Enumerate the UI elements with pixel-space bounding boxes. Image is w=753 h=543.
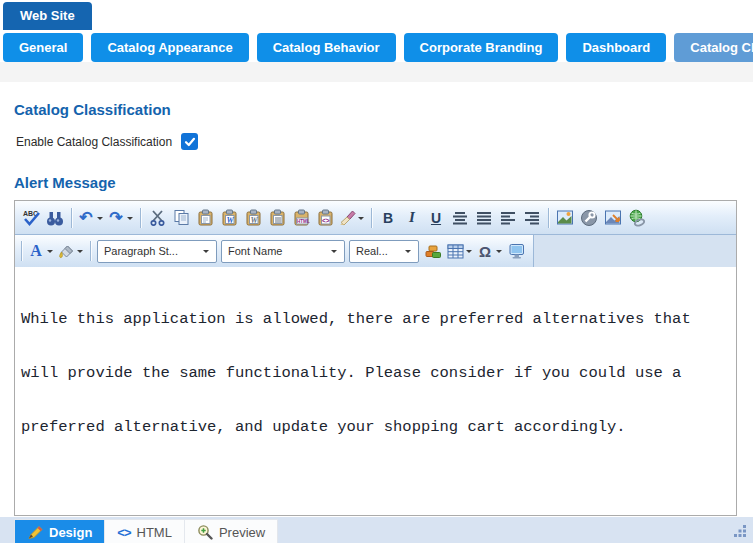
paragraph-style-value: Paragraph St...	[104, 245, 178, 257]
preview-tab-label: Preview	[219, 525, 265, 540]
resize-grip[interactable]	[734, 523, 747, 541]
magnifier-icon	[197, 524, 213, 540]
media-manager-icon[interactable]	[577, 206, 601, 230]
toolbar-separator	[71, 208, 72, 228]
format-stripper-dropdown-icon	[358, 217, 364, 223]
editor-content-area[interactable]: While this application is allowed, there…	[15, 267, 736, 515]
paste-from-word-icon[interactable]: W	[217, 206, 241, 230]
redo-icon: ↷	[109, 210, 122, 226]
justify-icon[interactable]	[472, 206, 496, 230]
italic-icon: I	[409, 210, 415, 225]
tab-dashboard[interactable]: Dashboard	[566, 33, 666, 62]
image-manager-icon[interactable]	[553, 206, 577, 230]
hyperlink-manager-icon[interactable]	[625, 206, 649, 230]
align-center-icon[interactable]	[448, 206, 472, 230]
editor-toolbar-row-1: ABC ↶ ↷ W W	[15, 201, 736, 235]
tab-catalog-classification[interactable]: Catalog Classification	[674, 33, 753, 62]
format-stripper-icon	[337, 206, 357, 230]
special-character-icon: Ω	[479, 244, 491, 259]
editor-mode-tabs: Design <> HTML Preview	[14, 519, 278, 543]
paste-plain-text-icon[interactable]	[265, 206, 289, 230]
insert-table-icon	[445, 239, 465, 263]
toolbar-row-2-group: A Paragraph St... Font Name Real...	[15, 235, 534, 267]
design-tab-label: Design	[49, 525, 92, 540]
enable-catalog-classification-checkbox[interactable]	[181, 133, 198, 150]
redo-button[interactable]: ↷	[106, 206, 136, 230]
bold-button[interactable]: B	[376, 206, 400, 230]
editor-bottom-strip: Design <> HTML Preview	[0, 517, 753, 543]
alert-message-editor: ABC ↶ ↷ W W	[14, 200, 737, 516]
underline-icon: U	[431, 211, 441, 225]
paste-from-word-no-styles-icon[interactable]: W	[241, 206, 265, 230]
tab-catalog-appearance[interactable]: Catalog Appearance	[91, 33, 248, 62]
foreground-color-button[interactable]: A	[26, 239, 56, 263]
font-size-select[interactable]: Real...	[349, 240, 419, 263]
screen-icon[interactable]	[505, 239, 529, 263]
copy-icon[interactable]	[169, 206, 193, 230]
code-icon: <>	[117, 525, 130, 540]
paragraph-style-dropdown-icon	[203, 250, 209, 256]
svg-text:HTML: HTML	[297, 219, 310, 224]
tab-html[interactable]: <> HTML	[105, 520, 185, 543]
tab-general[interactable]: General	[3, 33, 83, 62]
svg-text:<>: <>	[322, 216, 330, 223]
foreground-color-dropdown-icon	[47, 250, 53, 256]
undo-icon: ↶	[79, 210, 92, 226]
align-left-icon[interactable]	[496, 206, 520, 230]
italic-button[interactable]: I	[400, 206, 424, 230]
header-divider	[0, 62, 753, 82]
editor-text-line: While this application is allowed, there…	[21, 310, 730, 328]
toolbar-separator	[371, 208, 372, 228]
redo-dropdown-icon	[127, 217, 133, 223]
editor-text-line: will provide the same functionality. Ple…	[21, 364, 730, 382]
settings-tab-bar: General Catalog Appearance Catalog Behav…	[3, 33, 753, 62]
background-color-dropdown-icon	[77, 250, 83, 256]
svg-text:W: W	[250, 215, 258, 224]
paste-html-icon[interactable]: <>	[313, 206, 337, 230]
image-map-editor-icon[interactable]	[601, 206, 625, 230]
insert-table-button[interactable]	[445, 239, 475, 263]
editor-text-line: preferred alternative, and update your s…	[21, 418, 730, 436]
tab-preview[interactable]: Preview	[185, 520, 277, 543]
font-size-dropdown-icon	[405, 250, 411, 256]
special-character-dropdown-icon	[496, 250, 502, 256]
tab-catalog-behavior[interactable]: Catalog Behavior	[257, 33, 396, 62]
tab-web-site[interactable]: Web Site	[3, 2, 92, 30]
pencil-icon	[27, 524, 43, 540]
cut-icon[interactable]	[145, 206, 169, 230]
background-color-icon	[56, 239, 76, 263]
toolbar-separator	[21, 241, 22, 261]
toolbar-separator	[548, 208, 549, 228]
undo-dropdown-icon	[97, 217, 103, 223]
enable-catalog-classification-label: Enable Catalog Classification	[16, 135, 172, 149]
paste-as-html-icon[interactable]: HTML	[289, 206, 313, 230]
tab-corporate-branding[interactable]: Corporate Branding	[404, 33, 559, 62]
check-icon	[184, 136, 196, 148]
paste-icon[interactable]	[193, 206, 217, 230]
enable-catalog-classification-row: Enable Catalog Classification	[16, 133, 198, 150]
module-manager-icon[interactable]	[421, 239, 445, 263]
editor-toolbar-row-2: A Paragraph St... Font Name Real...	[15, 235, 736, 268]
find-and-replace-icon[interactable]	[43, 206, 67, 230]
svg-text:W: W	[226, 215, 234, 224]
alert-message-heading: Alert Message	[14, 174, 116, 191]
special-character-button[interactable]: Ω	[475, 239, 505, 263]
spellcheck-icon[interactable]: ABC	[19, 206, 43, 230]
align-right-icon[interactable]	[520, 206, 544, 230]
section-heading: Catalog Classification	[14, 101, 171, 118]
format-stripper-button[interactable]	[337, 206, 367, 230]
undo-button[interactable]: ↶	[76, 206, 106, 230]
html-tab-label: HTML	[137, 525, 172, 540]
font-name-dropdown-icon	[331, 250, 337, 256]
bold-icon: B	[383, 211, 393, 225]
toolbar-separator	[90, 241, 91, 261]
insert-table-dropdown-icon	[466, 250, 472, 256]
paragraph-style-select[interactable]: Paragraph St...	[97, 240, 217, 263]
background-color-button[interactable]	[56, 239, 86, 263]
font-name-select[interactable]: Font Name	[221, 240, 345, 263]
tab-design[interactable]: Design	[15, 520, 105, 543]
foreground-color-icon: A	[30, 243, 42, 259]
underline-button[interactable]: U	[424, 206, 448, 230]
font-size-value: Real...	[356, 245, 388, 257]
font-name-value: Font Name	[228, 245, 282, 257]
